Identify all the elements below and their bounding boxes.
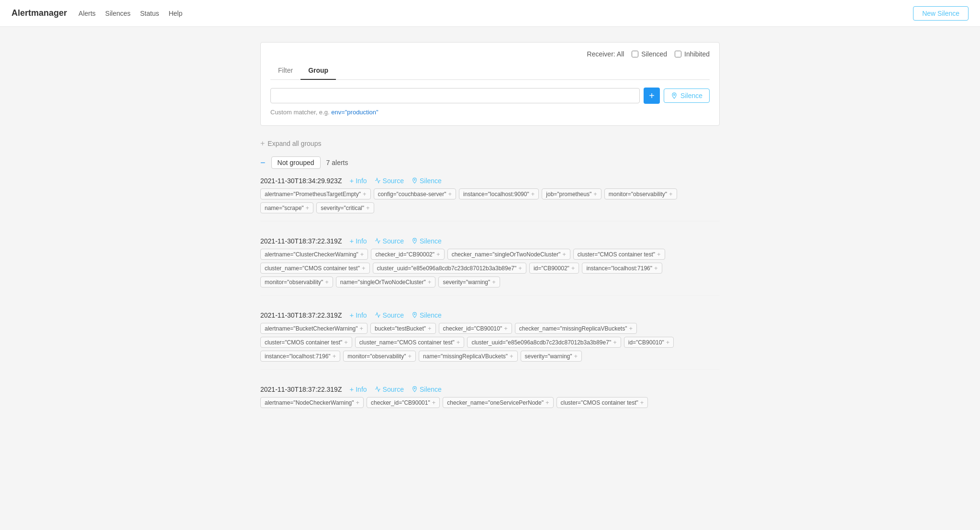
tag-add-button[interactable]: + xyxy=(640,399,644,406)
tag: instance="localhost:7196"+ xyxy=(582,263,662,274)
tag: severity="critical"+ xyxy=(316,202,374,213)
tag-add-button[interactable]: + xyxy=(436,251,440,258)
group-count: 7 alerts xyxy=(326,159,348,166)
tag-label: severity="critical" xyxy=(321,205,364,211)
svg-point-4 xyxy=(414,388,415,389)
tag-add-button[interactable]: + xyxy=(629,325,633,332)
tag-add-button[interactable]: + xyxy=(492,278,496,286)
alert-timestamp: 2021-11-30T18:34:29.923Z xyxy=(260,177,342,185)
tag-add-button[interactable]: + xyxy=(504,325,508,332)
tag-add-button[interactable]: + xyxy=(360,251,364,258)
tag-add-button[interactable]: + xyxy=(360,325,364,332)
tag: checker_name="singleOrTwoNodeCluster"+ xyxy=(447,249,570,260)
tab-group[interactable]: Group xyxy=(301,64,336,80)
tag-label: cluster_uuid="e85e096a8cdb7c23dc87012b3a… xyxy=(377,265,517,272)
tag-add-button[interactable]: + xyxy=(457,339,460,346)
group-badge: Not grouped xyxy=(271,156,321,169)
tag-add-button[interactable]: + xyxy=(669,190,673,198)
tag: alertname="ClusterCheckerWarning"+ xyxy=(260,249,368,260)
silenced-checkbox[interactable] xyxy=(632,51,638,57)
tag-label: checker_name="singleOrTwoNodeCluster" xyxy=(452,251,561,258)
tag-add-button[interactable]: + xyxy=(518,265,522,272)
tag: bucket="testBucket"+ xyxy=(370,323,436,334)
add-matcher-button[interactable]: + xyxy=(644,88,660,104)
alert-time-row: 2021-11-30T18:37:22.319Z+InfoSourceSilen… xyxy=(260,237,720,245)
tag-add-button[interactable]: + xyxy=(428,278,432,286)
nav-silences[interactable]: Silences xyxy=(105,10,131,17)
alert-info-link[interactable]: +Info xyxy=(349,311,367,319)
tag-add-button[interactable]: + xyxy=(546,399,549,406)
tag-add-button[interactable]: + xyxy=(325,278,329,286)
tag-add-button[interactable]: + xyxy=(510,353,513,360)
collapse-group-button[interactable]: − xyxy=(260,158,266,167)
alerts-list: 2021-11-30T18:34:29.923Z+InfoSourceSilen… xyxy=(260,177,720,412)
silence-icon xyxy=(412,177,418,184)
filter-hint-example[interactable]: env="production" xyxy=(331,109,379,116)
tag: cluster_uuid="e85e096a8cdb7c23dc87012b3a… xyxy=(373,263,526,274)
alert-source-link[interactable]: Source xyxy=(375,237,404,245)
tag-label: cluster="CMOS container test" xyxy=(578,251,655,258)
tag-label: cluster="CMOS container test" xyxy=(561,399,638,406)
alert-silence-link[interactable]: Silence xyxy=(412,311,442,319)
svg-point-1 xyxy=(414,179,415,180)
tag-add-button[interactable]: + xyxy=(333,353,336,360)
tag-add-button[interactable]: + xyxy=(432,399,436,406)
tag-label: instance="localhost:7196" xyxy=(265,353,331,360)
nav-alerts[interactable]: Alerts xyxy=(78,10,96,17)
alert-time-row: 2021-11-30T18:37:22.319Z+InfoSourceSilen… xyxy=(260,385,720,393)
alert-source-link[interactable]: Source xyxy=(375,311,404,319)
tag-add-button[interactable]: + xyxy=(408,353,412,360)
alert-time-row: 2021-11-30T18:37:22.319Z+InfoSourceSilen… xyxy=(260,311,720,319)
tag-add-button[interactable]: + xyxy=(306,204,310,211)
tag-add-button[interactable]: + xyxy=(531,190,535,198)
alert-silence-link[interactable]: Silence xyxy=(412,177,442,185)
svg-point-3 xyxy=(414,314,415,315)
tag-add-button[interactable]: + xyxy=(593,190,597,198)
alert-timestamp: 2021-11-30T18:37:22.319Z xyxy=(260,386,342,393)
tag-add-button[interactable]: + xyxy=(362,265,366,272)
expand-all-groups[interactable]: + Expand all groups xyxy=(260,139,720,148)
tag-add-button[interactable]: + xyxy=(657,251,661,258)
alert-divider xyxy=(260,221,720,221)
nav-help[interactable]: Help xyxy=(168,10,182,17)
tag: alertname="BucketCheckerWarning"+ xyxy=(260,323,368,334)
alert-source-link[interactable]: Source xyxy=(375,386,404,393)
nav-status[interactable]: Status xyxy=(140,10,159,17)
tag-label: monitor="observability" xyxy=(347,353,406,360)
alert-info-link[interactable]: +Info xyxy=(349,237,367,245)
tag-label: checker_id="CB90001" xyxy=(371,399,430,406)
alert-silence-link[interactable]: Silence xyxy=(412,386,442,393)
inhibited-checkbox[interactable] xyxy=(675,51,681,57)
tag-add-button[interactable]: + xyxy=(344,339,348,346)
tag: name="singleOrTwoNodeCluster"+ xyxy=(336,276,436,287)
tag-add-button[interactable]: + xyxy=(654,265,658,272)
silence-filter-button[interactable]: Silence xyxy=(664,88,710,103)
tag-label: instance="localhost:9090" xyxy=(463,191,529,198)
tag-add-button[interactable]: + xyxy=(666,339,670,346)
tag: config="couchbase-server"+ xyxy=(374,188,457,199)
tag-add-button[interactable]: + xyxy=(613,339,617,346)
alert-silence-link[interactable]: Silence xyxy=(412,237,442,245)
tag: id="CB90002"+ xyxy=(529,263,579,274)
tag-add-button[interactable]: + xyxy=(363,190,367,198)
tag-label: checker_name="oneServicePerNode" xyxy=(447,399,544,406)
alert-tags: alertname="PrometheusTargetEmpty"+config… xyxy=(260,188,720,213)
tag-add-button[interactable]: + xyxy=(448,190,452,198)
tag: monitor="observability"+ xyxy=(343,351,416,362)
tag-add-button[interactable]: + xyxy=(571,265,575,272)
tag-add-button[interactable]: + xyxy=(574,353,578,360)
tag-add-button[interactable]: + xyxy=(356,399,360,406)
new-silence-button[interactable]: New Silence xyxy=(913,6,969,21)
inhibited-label[interactable]: Inhibited xyxy=(684,50,710,58)
tag-add-button[interactable]: + xyxy=(366,204,370,211)
alert-info-link[interactable]: +Info xyxy=(349,177,367,185)
filter-input[interactable] xyxy=(270,88,640,103)
tag-add-button[interactable]: + xyxy=(562,251,566,258)
tag-label: config="couchbase-server" xyxy=(378,191,446,198)
tab-filter[interactable]: Filter xyxy=(270,64,301,80)
silenced-label[interactable]: Silenced xyxy=(641,50,667,58)
tag-add-button[interactable]: + xyxy=(428,325,432,332)
alert-info-link[interactable]: +Info xyxy=(349,385,367,393)
alert-source-link[interactable]: Source xyxy=(375,177,404,185)
container: Receiver: All Silenced Inhibited Filter … xyxy=(260,42,720,423)
